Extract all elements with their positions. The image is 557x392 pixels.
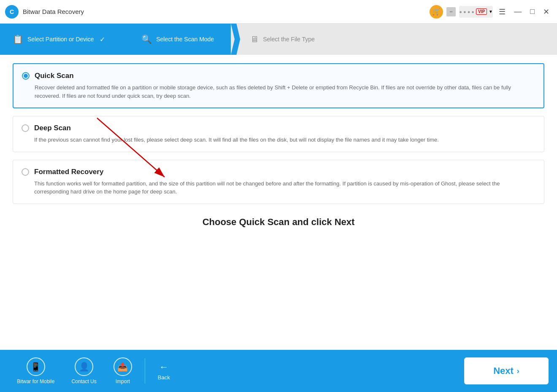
deep-scan-header: Deep Scan xyxy=(22,124,535,132)
footer: 📱 Bitwar for Mobile 👤 Contact Us 📤 Impor… xyxy=(0,350,557,392)
deep-scan-desc: If the previous scan cannot find your lo… xyxy=(22,136,535,144)
formatted-recovery-option[interactable]: Formatted Recovery This function works w… xyxy=(13,160,544,204)
next-chevron-icon: › xyxy=(517,367,519,376)
quick-scan-title: Quick Scan xyxy=(35,72,74,80)
import-button[interactable]: 📤 Import xyxy=(105,353,141,389)
avatar-icon: ▪▪ xyxy=(446,7,456,16)
menu-button[interactable]: ☰ xyxy=(496,7,508,16)
contact-label: Contact Us xyxy=(71,379,96,384)
cart-icon[interactable]: 🛒 xyxy=(430,5,443,19)
wizard-step-2[interactable]: 🔍 Select the Scan Mode xyxy=(122,24,231,55)
deep-scan-option[interactable]: Deep Scan If the previous scan cannot fi… xyxy=(13,116,544,152)
formatted-recovery-header: Formatted Recovery xyxy=(22,168,535,176)
close-button[interactable]: ✕ xyxy=(541,7,552,16)
next-label: Next xyxy=(493,365,514,376)
avatar-text: ● ● ● ● xyxy=(459,9,474,14)
import-icon: 📤 xyxy=(114,357,132,376)
back-icon: ← xyxy=(159,362,168,373)
step3-label: Select the File Type xyxy=(263,36,315,43)
formatted-recovery-title: Formatted Recovery xyxy=(34,168,103,176)
avatar-area[interactable]: ● ● ● ● VIP ▼ xyxy=(459,6,493,18)
quick-scan-option[interactable]: Quick Scan Recover deleted and formatted… xyxy=(13,63,544,108)
step1-label: Select Partition or Device xyxy=(27,36,94,43)
annotation-text: Choose Quick Scan and click Next xyxy=(13,217,544,228)
titlebar: C Bitwar Data Recovery 🛒 ▪▪ ● ● ● ● VIP … xyxy=(0,0,557,24)
dropdown-arrow[interactable]: ▼ xyxy=(489,9,493,14)
mobile-label: Bitwar for Mobile xyxy=(17,379,54,384)
maximize-button[interactable]: □ xyxy=(527,7,537,16)
contact-button[interactable]: 👤 Contact Us xyxy=(63,353,105,389)
formatted-recovery-desc: This function works well for formatted p… xyxy=(22,180,535,196)
step1-icon: 📋 xyxy=(13,34,23,44)
mobile-button[interactable]: 📱 Bitwar for Mobile xyxy=(8,353,63,389)
deep-scan-radio[interactable] xyxy=(22,124,29,132)
import-label: Import xyxy=(116,379,130,384)
wizard-step-3[interactable]: 🖥 Select the File Type xyxy=(231,24,557,55)
titlebar-actions: 🛒 ▪▪ ● ● ● ● VIP ▼ ☰ — □ ✕ xyxy=(430,5,552,19)
deep-scan-title: Deep Scan xyxy=(34,124,71,132)
back-label: Back xyxy=(158,374,170,381)
step2-icon: 🔍 xyxy=(141,34,152,44)
footer-divider xyxy=(145,358,145,384)
mobile-icon: 📱 xyxy=(27,357,45,376)
app-title: Bitwar Data Recovery xyxy=(23,8,430,15)
minimize-button[interactable]: — xyxy=(511,7,524,16)
quick-scan-header: Quick Scan xyxy=(22,72,535,80)
vip-badge: VIP xyxy=(476,8,487,15)
footer-left-actions: 📱 Bitwar for Mobile 👤 Contact Us 📤 Impor… xyxy=(8,353,178,389)
step3-icon: 🖥 xyxy=(250,35,259,44)
contact-icon: 👤 xyxy=(75,357,93,376)
step1-check: ✓ xyxy=(100,35,105,43)
quick-scan-desc: Recover deleted and formatted file on a … xyxy=(22,83,535,100)
app-logo: C xyxy=(5,5,19,19)
wizard-bar: 📋 Select Partition or Device ✓ 🔍 Select … xyxy=(0,24,557,55)
step2-label: Select the Scan Mode xyxy=(156,36,214,43)
wizard-step-1[interactable]: 📋 Select Partition or Device ✓ xyxy=(0,24,122,55)
main-content: Quick Scan Recover deleted and formatted… xyxy=(0,55,557,350)
next-button[interactable]: Next › xyxy=(464,357,549,384)
quick-scan-radio[interactable] xyxy=(22,72,30,80)
back-button[interactable]: ← Back xyxy=(149,357,178,385)
formatted-recovery-radio[interactable] xyxy=(22,168,29,176)
